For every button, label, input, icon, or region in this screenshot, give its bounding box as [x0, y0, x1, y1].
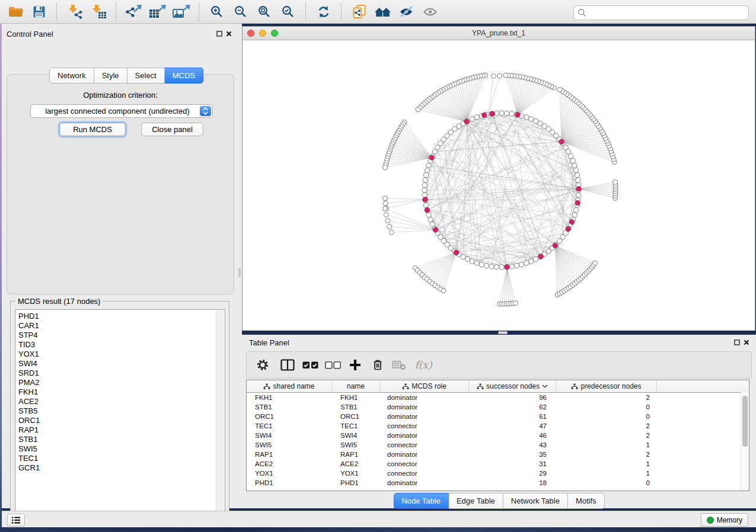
mcds-result-item[interactable]: TID3 [18, 340, 225, 350]
table-cell: 1 [556, 459, 657, 469]
column-header-successor-nodes[interactable]: successor nodes [469, 380, 556, 392]
table-cell: 1 [556, 469, 657, 478]
column-header-mcds-role[interactable]: MCDS role [380, 380, 469, 392]
table-row[interactable]: FKH1FKH1dominator962 [247, 393, 749, 402]
mcds-result-title: MCDS result (17 nodes) [15, 297, 103, 306]
mcds-result-item[interactable]: STB1 [18, 435, 225, 444]
desktop-background [0, 527, 756, 532]
table-row[interactable]: ORC1ORC1dominator610 [247, 412, 749, 421]
table-row[interactable]: PHD1PHD1dominator180 [247, 478, 749, 488]
mcds-result-item[interactable]: YOX1 [18, 350, 225, 359]
network-graph[interactable] [243, 40, 755, 331]
home-layout-icon[interactable] [372, 2, 394, 22]
mcds-result-item[interactable]: SWI4 [18, 359, 225, 368]
table-cell: 61 [469, 412, 556, 421]
mcds-result-item[interactable]: FKH1 [18, 387, 225, 397]
function-builder-icon[interactable]: f(x) [412, 356, 435, 374]
table-row[interactable]: SWI5SWI5connector431 [247, 440, 749, 450]
run-mcds-button[interactable]: Run MCDS [59, 123, 126, 136]
split-view-icon[interactable] [279, 356, 296, 374]
zoom-in-icon[interactable] [206, 2, 228, 22]
select-all-icon[interactable] [301, 356, 319, 374]
tab-network-table[interactable]: Network Table [503, 493, 568, 509]
hide-selected-icon[interactable] [396, 2, 417, 22]
column-header-shared-name[interactable]: shared name [247, 380, 332, 392]
clone-network-icon[interactable] [349, 2, 370, 22]
table-cell: SWI5 [332, 440, 380, 450]
search-text-field[interactable] [586, 7, 748, 19]
mcds-result-item[interactable]: PMA2 [18, 378, 225, 387]
table-row[interactable]: YOX1YOX1connector291 [247, 469, 749, 478]
table-row[interactable]: STB1STB1dominator620 [247, 402, 749, 412]
mcds-result-item[interactable]: RAP1 [18, 425, 225, 435]
mcds-result-item[interactable]: PHD1 [18, 312, 225, 321]
zoom-out-icon[interactable] [230, 2, 251, 22]
save-icon[interactable] [28, 2, 50, 22]
table-row[interactable]: TEC1TEC1connector472 [247, 421, 749, 431]
table-row[interactable]: RAP1RAP1dominator352 [247, 450, 749, 459]
table-cell: ORC1 [247, 412, 332, 421]
optimization-criterion-select[interactable]: largest connected component (undirected) [30, 104, 213, 118]
tab-style[interactable]: Style [94, 68, 127, 84]
table-cell: ACE2 [247, 459, 332, 469]
table-row[interactable]: SWI4SWI4dominator462 [247, 431, 749, 440]
memory-button[interactable]: Memory [701, 513, 748, 527]
mcds-result-list[interactable]: PHD1CAR1STP4TID3YOX1SWI4SRD1PMA2FKH1ACE2… [15, 309, 225, 517]
import-network-icon[interactable] [64, 2, 85, 22]
mcds-result-item[interactable]: ACE2 [18, 397, 225, 406]
column-header-predecessor-nodes[interactable]: predecessor nodes [556, 380, 657, 392]
mcds-result-item[interactable]: SWI5 [18, 444, 225, 454]
tab-edge-table[interactable]: Edge Table [449, 493, 503, 509]
export-table-icon[interactable] [147, 2, 168, 22]
table-body: FKH1FKH1dominator962STB1STB1dominator620… [247, 393, 749, 488]
table-cell: FKH1 [247, 393, 332, 402]
mcds-result-item[interactable]: SRD1 [18, 368, 225, 378]
column-header-name[interactable]: name [332, 380, 380, 392]
splitter-grip [238, 268, 241, 277]
export-network-icon[interactable] [123, 2, 145, 22]
open-folder-icon[interactable] [5, 2, 26, 22]
table-scrollbar[interactable] [741, 392, 749, 491]
import-table-icon[interactable] [88, 2, 109, 22]
zoom-selected-icon[interactable] [277, 2, 299, 22]
close-panel-icon[interactable] [742, 338, 751, 347]
show-all-icon[interactable] [420, 2, 441, 22]
mcds-result-item[interactable]: GCR1 [18, 463, 225, 473]
mcds-result-item[interactable]: STB5 [18, 406, 225, 416]
settings-gear-icon[interactable] [254, 356, 272, 374]
mcds-result-item[interactable]: ORC1 [18, 416, 225, 425]
tab-mcds[interactable]: MCDS [165, 68, 203, 84]
tab-select[interactable]: Select [127, 68, 165, 84]
select-stepper-icon [200, 106, 211, 116]
horizontal-splitter[interactable] [498, 331, 508, 334]
mcds-result-item[interactable]: CAR1 [18, 321, 225, 331]
network-window-titlebar[interactable]: YPA_prune.txt_1 [243, 27, 755, 40]
network-window: YPA_prune.txt_1 [242, 26, 755, 331]
add-column-icon[interactable] [346, 356, 364, 374]
float-panel-icon[interactable] [732, 338, 742, 347]
tab-network[interactable]: Network [49, 68, 94, 84]
mcds-result-item[interactable]: STP4 [18, 331, 225, 340]
close-panel-icon[interactable] [224, 29, 234, 39]
mcds-result-item[interactable]: TEC1 [18, 454, 225, 463]
network-canvas[interactable] [243, 40, 755, 331]
tab-motifs[interactable]: Motifs [568, 493, 605, 509]
zoom-fit-icon[interactable] [254, 2, 275, 22]
result-list-scrollbar[interactable] [216, 310, 224, 516]
vertical-splitter[interactable] [237, 24, 242, 508]
delete-table-icon[interactable] [390, 356, 408, 374]
close-panel-button[interactable]: Close panel [141, 123, 203, 136]
deselect-all-icon[interactable] [324, 356, 342, 374]
node-table: shared name name MCDS role successor nod… [246, 380, 749, 491]
tab-node-table[interactable]: Node Table [393, 493, 449, 509]
refresh-icon[interactable] [313, 2, 334, 22]
delete-column-icon[interactable] [369, 356, 387, 374]
list-icon [11, 515, 21, 525]
scrollbar-thumb[interactable] [742, 396, 748, 447]
search-input[interactable] [573, 5, 749, 20]
table-cell: PHD1 [332, 478, 380, 488]
float-panel-icon[interactable] [215, 29, 224, 39]
table-row[interactable]: ACE2ACE2connector311 [247, 459, 749, 469]
task-history-button[interactable] [7, 514, 25, 527]
export-image-icon[interactable] [171, 2, 192, 22]
